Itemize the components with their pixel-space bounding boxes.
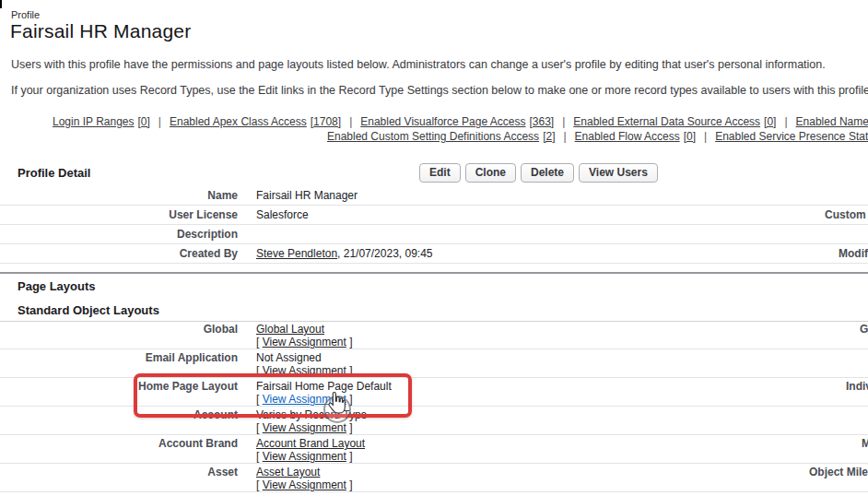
link-visualforce-page-access[interactable]: Enabled Visualforce Page Access[363] (360, 115, 554, 128)
delete-button[interactable]: Delete (521, 163, 574, 183)
bracket: [ (256, 336, 259, 348)
global-layout-link[interactable]: Global Layout (256, 323, 324, 336)
edge-label-global-col: G (860, 323, 868, 336)
screenshot-artifact (0, 0, 2, 8)
layout-value: Not Assigned (256, 351, 322, 364)
detail-row-description: Description (0, 225, 868, 244)
profile-page: { "page": { "eyebrow": "Profile", "title… (0, 0, 868, 496)
layout-row-email-application: Email Application Not Assigned [ View As… (0, 349, 868, 378)
created-date-text: , 21/07/2023, 09:45 (337, 247, 432, 260)
bracket: ] (349, 450, 352, 463)
bracket: ] (349, 393, 352, 406)
edge-label-object-milestone-col: Object Mile (809, 466, 868, 478)
layout-row-global: Global Global Layout [ View Assignment ] (0, 321, 868, 349)
detail-row-name: Name Fairsail HR Manager (0, 186, 868, 206)
view-users-button[interactable]: View Users (579, 163, 658, 183)
layout-value: Fairsail Home Page Default (256, 380, 392, 393)
bracket: [ (256, 393, 259, 406)
layout-label: Home Page Layout (0, 378, 238, 406)
link-separator: | (349, 115, 352, 128)
bracket: [ (256, 421, 259, 434)
field-label: Name (0, 189, 238, 202)
edge-label-macro-col: M (862, 437, 868, 450)
bracket: ] (349, 336, 352, 348)
view-assignment-link[interactable]: View Assignment (263, 421, 346, 434)
detail-row-user-license: User License Salesforce (0, 206, 868, 225)
bracket: ] (349, 364, 352, 377)
intro-text-1: Users with this profile have the permiss… (11, 58, 826, 71)
layout-label: Email Application (0, 349, 238, 377)
layout-row-asset: Asset Asset Layout [ View Assignment ] (0, 464, 868, 492)
field-label: Description (0, 228, 238, 241)
link-separator: | (562, 115, 565, 128)
edge-label-modified-by: Modifie (839, 247, 868, 260)
link-flow-access[interactable]: Enabled Flow Access[0] (575, 130, 696, 143)
page-eyebrow: Profile (11, 9, 40, 20)
field-label: User License (0, 208, 238, 221)
layout-label: Global (0, 321, 238, 348)
intro-text-2: If your organization uses Record Types, … (11, 84, 868, 97)
layout-label: Account (0, 407, 238, 434)
profile-detail-button-bar: Edit Clone Delete View Users (419, 163, 658, 183)
bracket: ] (349, 478, 352, 491)
link-external-data-source-access[interactable]: Enabled External Data Source Access[0] (573, 115, 776, 128)
page-layouts-heading: Page Layouts (18, 279, 96, 293)
field-value: Steve Pendleton, 21/07/2023, 09:45 (256, 247, 433, 260)
quick-links-row-1: Login IP Ranges[0]|Enabled Apex Class Ac… (53, 115, 868, 128)
layout-row-home-page-layout: Home Page Layout Fairsail Home Page Defa… (0, 378, 868, 407)
view-assignment-link[interactable]: View Assignment (263, 478, 346, 491)
section-divider (0, 272, 868, 274)
edge-label-custom-profile: Custom P (825, 208, 868, 221)
edge-label-individual-col: Indiv (846, 380, 868, 393)
layout-value: Varies by Record Type (256, 408, 367, 421)
standard-object-layouts-header: Standard Object Layouts (0, 303, 868, 322)
edit-button[interactable]: Edit (419, 163, 461, 183)
view-assignment-link[interactable]: View Assignment (263, 450, 346, 463)
bracket: ] (349, 421, 352, 434)
bracket: [ (256, 364, 259, 377)
page-layouts-table: Global Global Layout [ View Assignment ]… (0, 321, 868, 492)
link-named-credential-access[interactable]: Enabled Named Credential Access[0] (796, 115, 868, 128)
profile-detail-heading: Profile Detail (18, 166, 90, 180)
link-separator: | (704, 130, 707, 143)
account-brand-layout-link[interactable]: Account Brand Layout (256, 437, 365, 450)
page-title: Fairsail HR Manager (10, 20, 191, 42)
standard-object-layouts-label: Standard Object Layouts (18, 303, 159, 317)
view-assignment-link[interactable]: View Assignment (263, 364, 346, 377)
view-assignment-link-highlighted[interactable]: View Assignment (263, 393, 346, 406)
layout-label: Asset (0, 464, 238, 491)
field-value: Salesforce (256, 208, 309, 221)
view-assignment-link[interactable]: View Assignment (263, 336, 346, 348)
asset-layout-link[interactable]: Asset Layout (256, 466, 320, 478)
link-separator: | (784, 115, 787, 128)
link-apex-class-access[interactable]: Enabled Apex Class Access[1708] (170, 115, 341, 128)
link-login-ip-ranges[interactable]: Login IP Ranges[0] (53, 115, 150, 128)
field-label: Created By (0, 247, 238, 260)
field-value: Fairsail HR Manager (256, 189, 358, 202)
layout-row-account-brand: Account Brand Account Brand Layout [ Vie… (0, 435, 868, 464)
quick-links-row-2: Enabled Custom Setting Definitions Acces… (327, 130, 868, 143)
link-separator: | (563, 130, 566, 143)
detail-row-created-by: Created By Steve Pendleton, 21/07/2023, … (0, 244, 868, 264)
layout-label: Account Brand (0, 435, 238, 463)
bracket: [ (256, 478, 259, 491)
layout-row-account: Account Varies by Record Type [ View Ass… (0, 407, 868, 435)
link-service-presence-status-access[interactable]: Enabled Service Presence Status Access[0… (715, 130, 868, 143)
bracket: [ (256, 450, 259, 463)
link-separator: | (158, 115, 161, 128)
clone-button[interactable]: Clone (465, 163, 516, 183)
created-by-user-link[interactable]: Steve Pendleton (256, 247, 337, 260)
link-custom-setting-definitions-access[interactable]: Enabled Custom Setting Definitions Acces… (327, 130, 555, 143)
profile-detail-table: Name Fairsail HR Manager User License Sa… (0, 186, 868, 264)
